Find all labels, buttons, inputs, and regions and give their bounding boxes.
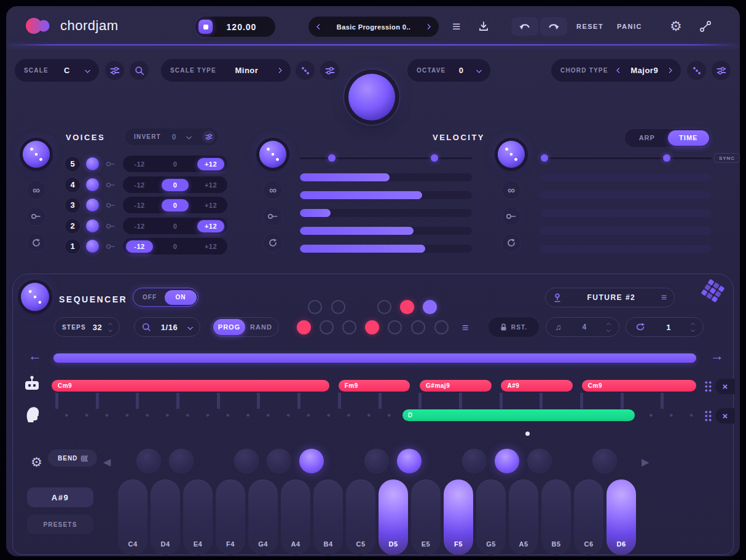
black-key-knob[interactable] xyxy=(397,449,422,473)
human-track-icon[interactable] xyxy=(25,404,41,423)
latch-icon[interactable] xyxy=(106,182,116,188)
voice-pitch-selector[interactable]: -12 0 +12 xyxy=(123,197,227,213)
step-dot[interactable] xyxy=(342,320,356,334)
robot-track-icon[interactable] xyxy=(22,375,42,393)
piano-key[interactable]: A4 xyxy=(281,479,310,555)
voice-pitch-selector[interactable]: -12 0 +12 xyxy=(123,176,227,193)
voices-hold-button[interactable] xyxy=(26,207,46,226)
pitch-option[interactable]: +12 xyxy=(197,240,224,253)
slider-handle-max[interactable] xyxy=(431,154,438,162)
time-range-slider[interactable] xyxy=(540,154,712,162)
chevron-left-icon[interactable] xyxy=(616,68,622,74)
piano-key[interactable]: E5 xyxy=(411,479,441,555)
chord-block[interactable]: A#9 xyxy=(501,380,573,392)
pitch-option[interactable]: +12 xyxy=(197,220,224,232)
keyboard-settings-gear-icon[interactable]: ⚙ xyxy=(31,455,42,468)
latch-icon[interactable] xyxy=(106,202,116,208)
slider-handle-min[interactable] xyxy=(541,154,548,162)
tab-prog[interactable]: PROG xyxy=(213,319,245,335)
black-key-knob[interactable] xyxy=(527,449,552,473)
voice-pitch-selector[interactable]: -12 0 +12 xyxy=(123,156,227,172)
step-dot[interactable] xyxy=(423,300,437,314)
piano-key[interactable]: G5 xyxy=(476,479,506,555)
black-key-knob[interactable] xyxy=(169,449,194,473)
chord-randomize-button[interactable] xyxy=(686,60,707,81)
time-bar[interactable] xyxy=(540,191,712,199)
chord-block[interactable]: G#maj9 xyxy=(420,380,492,392)
quantize-control[interactable]: 1/16 xyxy=(134,317,200,337)
voices-cycle-button[interactable] xyxy=(26,233,46,253)
piano-key[interactable]: C6 xyxy=(574,479,603,555)
piano-key[interactable]: C5 xyxy=(346,479,375,555)
rate-stepper[interactable]: ♫ 4 xyxy=(546,317,619,337)
time-randomize-knob[interactable] xyxy=(498,141,525,168)
step-dot[interactable] xyxy=(331,300,345,314)
chord-track-drag-handle[interactable] xyxy=(704,381,712,392)
master-knob[interactable] xyxy=(348,74,395,120)
tab-arp[interactable]: ARP xyxy=(626,130,668,146)
chord-faders-button[interactable] xyxy=(711,60,731,81)
shift-right-icon[interactable]: ▶ xyxy=(642,457,649,467)
stepper-icon[interactable] xyxy=(607,323,610,331)
voice-toggle[interactable] xyxy=(86,199,99,211)
velocity-bar[interactable] xyxy=(300,173,472,181)
sequencer-randomize-knob[interactable] xyxy=(21,283,49,311)
black-key-knob[interactable] xyxy=(234,449,259,473)
pad-grid-icon[interactable] xyxy=(699,277,726,304)
time-hold-button[interactable] xyxy=(501,207,521,226)
note-bar[interactable]: D xyxy=(402,409,635,421)
latch-icon[interactable] xyxy=(106,161,116,167)
voices-randomize-knob[interactable] xyxy=(23,141,50,168)
black-key-knob[interactable] xyxy=(136,449,161,473)
time-bar[interactable] xyxy=(540,173,712,181)
tempo-sync-button[interactable] xyxy=(198,20,213,34)
preset-next-icon[interactable] xyxy=(425,24,431,30)
reset-sequence-button[interactable]: RST. xyxy=(489,317,539,337)
velocity-bar[interactable] xyxy=(300,245,472,253)
chord-block[interactable]: Cm9 xyxy=(582,380,696,392)
stepper-icon[interactable] xyxy=(109,323,112,331)
invert-control[interactable]: INVERT 0 xyxy=(125,128,218,145)
time-bar[interactable] xyxy=(540,227,712,235)
black-key-knob[interactable] xyxy=(299,449,324,473)
step-dot[interactable] xyxy=(411,320,425,334)
scale-control[interactable]: SCALE C xyxy=(15,59,99,82)
scale-detect-button[interactable] xyxy=(129,60,149,81)
black-key-knob[interactable] xyxy=(364,449,389,473)
import-icon[interactable] xyxy=(478,21,489,32)
chevron-right-icon[interactable] xyxy=(277,68,283,74)
stepper-icon[interactable] xyxy=(691,323,694,331)
piano-key[interactable]: A5 xyxy=(509,479,538,555)
pitch-option[interactable]: +12 xyxy=(197,158,224,170)
arp-time-toggle[interactable]: ARP TIME xyxy=(625,129,710,147)
pitch-option[interactable]: -12 xyxy=(126,179,153,191)
chord-block[interactable]: Fm9 xyxy=(339,380,410,392)
pitch-option[interactable]: -12 xyxy=(126,158,153,170)
pitch-option[interactable]: 0 xyxy=(162,199,189,211)
velocity-infinity-button[interactable]: ∞ xyxy=(263,180,283,200)
bpm-value[interactable]: 120.00 xyxy=(213,22,275,32)
preset-menu-icon[interactable]: ≡ xyxy=(661,293,667,302)
sequencer-preset-control[interactable]: FUTURE #2 ≡ xyxy=(545,288,675,307)
pitch-option[interactable]: +12 xyxy=(197,179,224,191)
pitch-option[interactable]: 0 xyxy=(162,240,189,253)
voice-toggle[interactable] xyxy=(86,157,99,170)
voice-pitch-selector[interactable]: -12 0 +12 xyxy=(123,238,227,254)
piano-key[interactable]: B4 xyxy=(313,479,343,555)
scale-faders-button[interactable] xyxy=(104,60,125,81)
note-track-clear-button[interactable]: × xyxy=(715,408,735,424)
pitch-option[interactable]: +12 xyxy=(197,199,224,211)
piano-key[interactable]: E4 xyxy=(183,479,213,555)
piano-key[interactable]: D6 xyxy=(607,479,636,555)
preset-selector[interactable]: Basic Progression 0.. xyxy=(308,17,439,37)
scroll-left-icon[interactable]: ← xyxy=(28,349,42,363)
voices-infinity-button[interactable]: ∞ xyxy=(26,180,46,200)
voice-toggle[interactable] xyxy=(86,240,99,253)
time-bar[interactable] xyxy=(540,209,712,217)
chord-block[interactable]: Cm9 xyxy=(52,380,329,392)
chevron-right-icon[interactable] xyxy=(667,68,673,74)
piano-key[interactable]: C4 xyxy=(118,479,147,555)
step-dot[interactable] xyxy=(365,320,379,334)
piano-key[interactable]: D4 xyxy=(151,479,180,555)
scroll-right-icon[interactable]: → xyxy=(710,349,724,363)
